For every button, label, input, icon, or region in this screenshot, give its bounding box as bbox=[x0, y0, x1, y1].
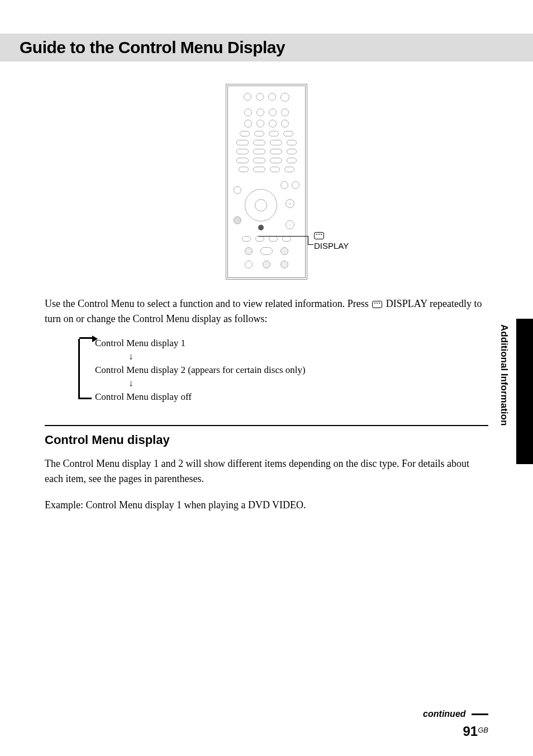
display-icon-inline bbox=[372, 301, 382, 308]
display-icon bbox=[314, 232, 324, 239]
page-footer: continued 91GB bbox=[45, 709, 488, 739]
section-heading: Control Menu display bbox=[45, 433, 488, 447]
callout-text: DISPLAY bbox=[314, 241, 349, 251]
continued-indicator: continued bbox=[45, 709, 488, 719]
side-section-label: Additional Information bbox=[498, 324, 510, 426]
remote-illustration-section: + − DISPLAY bbox=[45, 84, 488, 280]
section-divider bbox=[45, 425, 488, 426]
sequence-item-2: Control Menu display 2 (appears for cert… bbox=[95, 365, 488, 376]
intro-text-1: Use the Control Menu to select a functio… bbox=[45, 298, 371, 309]
page-number-suffix: GB bbox=[478, 726, 488, 734]
remote-control-diagram: + − bbox=[226, 84, 307, 280]
display-button-highlight bbox=[258, 225, 264, 230]
page-number: 91GB bbox=[45, 724, 488, 739]
page-title: Guide to the Control Menu Display bbox=[20, 38, 533, 57]
continued-text: continued bbox=[423, 709, 465, 719]
continued-line-icon bbox=[472, 714, 488, 715]
section-body-2: Example: Control Menu display 1 when pla… bbox=[45, 498, 488, 513]
display-sequence: Control Menu display 1 ↓ Control Menu di… bbox=[78, 338, 488, 403]
side-tab-marker bbox=[516, 319, 533, 464]
intro-paragraph: Use the Control Menu to select a functio… bbox=[45, 296, 488, 327]
down-arrow-icon: ↓ bbox=[95, 378, 488, 389]
page-number-value: 91 bbox=[463, 724, 478, 739]
down-arrow-icon: ↓ bbox=[95, 351, 488, 362]
display-button-callout: DISPLAY bbox=[314, 229, 349, 251]
sequence-item-3: Control Menu display off bbox=[95, 391, 488, 403]
section-body-1: The Control Menu display 1 and 2 will sh… bbox=[45, 456, 488, 486]
sequence-item-1: Control Menu display 1 bbox=[95, 338, 488, 349]
page-title-bar: Guide to the Control Menu Display bbox=[0, 34, 533, 62]
